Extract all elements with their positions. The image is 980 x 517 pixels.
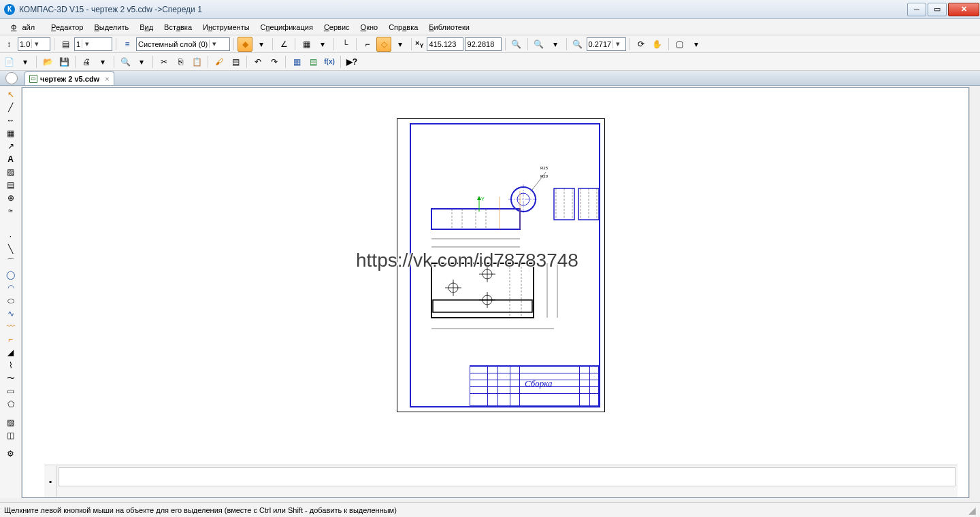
table-tool-icon[interactable]: ▤: [3, 179, 18, 191]
tab-close-icon[interactable]: ×: [105, 75, 109, 83]
arc-tool-icon[interactable]: ⌒: [3, 256, 18, 268]
minimize-button[interactable]: ─: [907, 3, 926, 16]
file-toolbar: 📄 ▾ 📂 💾 🖨 ▾ 🔍 ▾ ✂ ⎘ 📋 🖌 ▤ ↶ ↷ ▦ ▤ f(x) ▶…: [0, 53, 980, 71]
layers-list-icon[interactable]: ≡: [120, 37, 135, 52]
point-tool-icon[interactable]: ·: [3, 230, 18, 242]
coord-x-input[interactable]: [427, 37, 463, 51]
preview-icon[interactable]: 🔍: [118, 54, 133, 69]
snap-active-icon[interactable]: ◇: [376, 37, 391, 52]
zoom-dropdown[interactable]: 0.2717 ▾: [587, 37, 626, 51]
drawing-canvas[interactable]: R25 R20: [22, 87, 969, 498]
arc2-tool-icon[interactable]: ◠: [3, 282, 18, 294]
fx-icon[interactable]: f(x): [322, 54, 337, 69]
zoom-in-icon[interactable]: 🔍: [509, 37, 524, 52]
segment-tool-icon[interactable]: ╲: [3, 243, 18, 255]
print-icon[interactable]: 🖨: [79, 54, 94, 69]
grid-icon[interactable]: ▦: [299, 37, 314, 52]
select-tool-icon[interactable]: ↖: [3, 88, 18, 101]
active-style-button[interactable]: ◆: [238, 37, 252, 52]
menu-help[interactable]: Справка: [383, 21, 423, 33]
rectangle-tool-icon[interactable]: ▭: [3, 385, 18, 397]
save-icon[interactable]: 💾: [56, 54, 71, 69]
axis-tool-icon[interactable]: ⊕: [3, 192, 18, 204]
properties-icon[interactable]: ▤: [228, 54, 243, 69]
format-paint-icon[interactable]: 🖌: [212, 54, 227, 69]
pan-icon[interactable]: ✋: [650, 37, 665, 52]
chamfer-tool-icon[interactable]: ◢: [3, 346, 18, 358]
polyline-tool-icon[interactable]: ⌇: [3, 359, 18, 371]
menu-insert[interactable]: Вставка: [159, 21, 197, 33]
linewidth-value: 1.0: [20, 40, 30, 48]
style-dropdown[interactable]: ▾: [254, 37, 269, 52]
zoom-fit-icon[interactable]: 🔍: [532, 37, 546, 52]
snap-dropdown[interactable]: ▾: [393, 37, 408, 52]
dimension-tool-icon[interactable]: ↔: [3, 114, 18, 127]
linewidth-dropdown[interactable]: 1.0 ▾: [18, 37, 50, 51]
coord-y-input[interactable]: [465, 37, 502, 51]
menu-select[interactable]: Выделить: [88, 21, 134, 33]
tab-nav-wheel[interactable]: [5, 72, 18, 84]
window-dropdown[interactable]: ▾: [689, 37, 704, 52]
vertical-scrollbar[interactable]: [969, 87, 980, 498]
cdw-file-icon: ▭: [29, 75, 37, 83]
menu-tools[interactable]: Инструменты: [197, 21, 255, 33]
menu-libs[interactable]: Библиотеки: [423, 21, 475, 33]
menu-file[interactable]: Файл: [5, 21, 46, 33]
resize-grip-icon[interactable]: ◢: [968, 505, 976, 516]
zoom-fit-dropdown[interactable]: ▾: [548, 37, 563, 52]
menu-spec[interactable]: Спецификация: [255, 21, 318, 33]
preview-dropdown[interactable]: ▾: [134, 54, 149, 69]
panel-toggle-icon[interactable]: ▪: [44, 465, 56, 497]
fill-tool-icon[interactable]: ▨: [3, 416, 18, 429]
polygon-tool-icon[interactable]: ⬠: [3, 398, 18, 410]
close-button[interactable]: ✕: [948, 3, 979, 16]
undo-icon[interactable]: ↶: [250, 54, 265, 69]
menu-service[interactable]: Сервис: [318, 21, 355, 33]
new-file-dropdown[interactable]: ▾: [18, 54, 33, 69]
help-pointer-icon[interactable]: ▶?: [344, 54, 359, 69]
open-icon[interactable]: 📂: [40, 54, 55, 69]
variables-icon[interactable]: ▤: [306, 54, 321, 69]
zoom-scale-icon[interactable]: 🔍: [570, 37, 585, 52]
circle-tool-icon[interactable]: ◯: [3, 269, 18, 281]
menu-view[interactable]: Вид: [134, 21, 159, 33]
snap-icon[interactable]: ⌐: [360, 37, 375, 52]
refresh-icon[interactable]: ⟳: [634, 37, 649, 52]
print-dropdown[interactable]: ▾: [95, 54, 110, 69]
cut-icon[interactable]: ✂: [157, 54, 172, 69]
paste-icon[interactable]: 📋: [189, 54, 204, 69]
redo-icon[interactable]: ↷: [267, 54, 282, 69]
pattern-tool-icon[interactable]: ▦: [3, 127, 18, 139]
message-area[interactable]: [59, 467, 956, 486]
hatch-tool-icon[interactable]: ▨: [3, 166, 18, 178]
curve-tool-icon[interactable]: 〜: [3, 372, 18, 384]
style-picker-icon[interactable]: ↕: [1, 37, 16, 52]
menu-edit[interactable]: Редактор: [46, 21, 88, 33]
angle-icon[interactable]: ∠: [276, 37, 291, 52]
layer-icon[interactable]: ▤: [58, 37, 73, 52]
layer-name-dropdown[interactable]: Системный слой (0) ▾: [136, 37, 230, 51]
menubar: Файл Редактор Выделить Вид Вставка Инстр…: [0, 19, 980, 35]
configure-icon[interactable]: ⚙: [3, 448, 18, 460]
chevron-down-icon: ▾: [82, 39, 91, 48]
copy-icon[interactable]: ⎘: [173, 54, 188, 69]
ortho-icon[interactable]: └: [338, 37, 353, 52]
fillet-tool-icon[interactable]: ⌐: [3, 333, 18, 346]
message-panel: ▪: [44, 465, 958, 497]
grid-dropdown[interactable]: ▾: [315, 37, 330, 52]
gradient-tool-icon[interactable]: ◫: [3, 429, 18, 441]
document-tab[interactable]: ▭ чертеж 2 v5.cdw ×: [24, 71, 114, 85]
maximize-button[interactable]: ▭: [928, 3, 947, 16]
layer-number-dropdown[interactable]: 1 ▾: [74, 37, 112, 51]
library-manager-icon[interactable]: ▦: [289, 54, 304, 69]
spline-tool-icon[interactable]: ∿: [3, 307, 18, 320]
menu-window[interactable]: Окно: [355, 21, 384, 33]
line-tool-icon[interactable]: ╱: [3, 101, 18, 114]
break-tool-icon[interactable]: ≈: [3, 205, 18, 217]
new-file-icon[interactable]: 📄: [1, 54, 16, 69]
text-tool-icon[interactable]: A: [3, 153, 18, 165]
bezier-tool-icon[interactable]: 〰: [3, 320, 18, 333]
window-tool-icon[interactable]: ▢: [672, 37, 687, 52]
annotation-tool-icon[interactable]: ↗: [3, 140, 18, 152]
ellipse-tool-icon[interactable]: ⬭: [3, 295, 18, 307]
